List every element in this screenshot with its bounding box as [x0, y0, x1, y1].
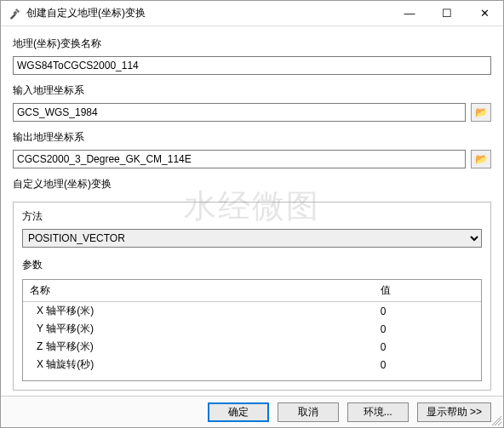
- maximize-button[interactable]: ☐: [428, 1, 466, 26]
- window-title: 创建自定义地理(坐标)变换: [26, 6, 391, 20]
- environment-button[interactable]: 环境...: [347, 402, 409, 422]
- hammer-icon: [8, 7, 21, 20]
- show-help-button[interactable]: 显示帮助 >>: [417, 402, 491, 422]
- transform-name-label: 地理(坐标)变换名称: [13, 37, 491, 51]
- output-gcs-input[interactable]: [13, 150, 466, 168]
- footer: 确定 取消 环境... 显示帮助 >>: [1, 396, 503, 427]
- table-row[interactable]: Z 轴平移(米)0: [23, 338, 481, 356]
- output-gcs-label: 输出地理坐标系: [13, 130, 491, 145]
- table-row[interactable]: X 轴旋转(秒)0: [23, 356, 481, 374]
- output-gcs-browse-button[interactable]: 📂: [471, 150, 491, 168]
- ok-button[interactable]: 确定: [208, 402, 269, 422]
- method-select[interactable]: POSITION_VECTOR: [22, 229, 482, 248]
- params-table: 名称 值 X 轴平移(米)0 Y 轴平移(米)0 Z 轴平移(米)0 X 轴旋转…: [23, 280, 481, 374]
- folder-icon: 📂: [475, 106, 488, 118]
- minimize-button[interactable]: —: [391, 1, 428, 26]
- table-row[interactable]: Y 轴平移(米)0: [23, 320, 481, 338]
- transform-name-input[interactable]: [13, 56, 491, 75]
- params-header-value: 值: [374, 280, 481, 302]
- system-buttons: — ☐ ✕: [391, 1, 503, 26]
- input-gcs-label: 输入地理坐标系: [13, 83, 491, 98]
- cancel-button[interactable]: 取消: [278, 402, 339, 422]
- content-area: 水经微图 地理(坐标)变换名称 输入地理坐标系 📂 输出地理坐标系 📂 自定义地…: [1, 26, 503, 396]
- input-gcs-browse-button[interactable]: 📂: [471, 103, 491, 122]
- dialog-window: 创建自定义地理(坐标)变换 — ☐ ✕ 水经微图 地理(坐标)变换名称 输入地理…: [0, 0, 504, 428]
- resize-grip-icon[interactable]: [491, 415, 501, 425]
- close-button[interactable]: ✕: [466, 1, 503, 26]
- params-label: 参数: [22, 258, 482, 272]
- method-label: 方法: [22, 209, 482, 224]
- custom-transform-label: 自定义地理(坐标)变换: [13, 177, 491, 191]
- input-gcs-input[interactable]: [13, 103, 466, 122]
- params-listbox[interactable]: 名称 值 X 轴平移(米)0 Y 轴平移(米)0 Z 轴平移(米)0 X 轴旋转…: [22, 279, 482, 381]
- titlebar: 创建自定义地理(坐标)变换 — ☐ ✕: [1, 1, 503, 26]
- folder-icon: 📂: [475, 153, 488, 165]
- svg-rect-0: [13, 10, 17, 14]
- params-header-name: 名称: [23, 280, 374, 302]
- custom-transform-group: 方法 POSITION_VECTOR 参数 名称 值 X 轴平移(米)0 Y 轴…: [13, 202, 491, 391]
- table-row[interactable]: X 轴平移(米)0: [23, 302, 481, 321]
